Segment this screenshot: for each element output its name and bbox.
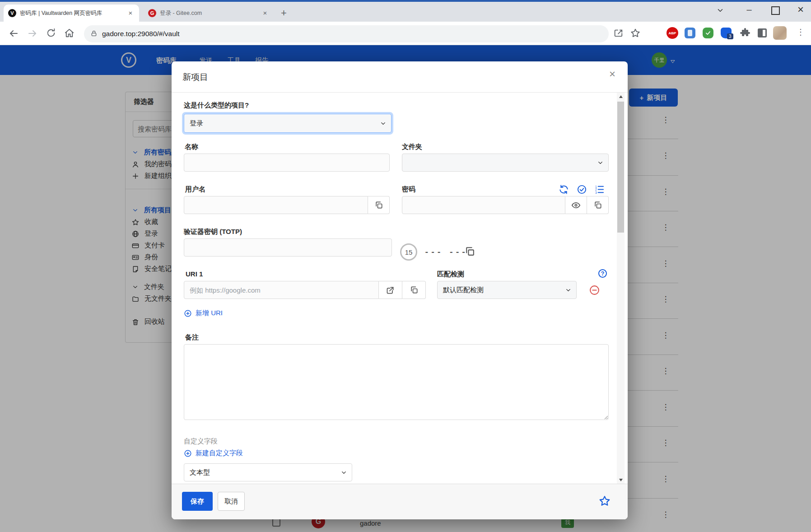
new-item-modal: 新项目 × 这是什么类型的项目? 登录 名称 文件夹 用户名 密码 验证器密钥 …: [172, 61, 628, 519]
launch-uri-button[interactable]: [379, 281, 402, 299]
gitee-favicon: G: [148, 9, 156, 17]
browser-tab-vaultwarden[interactable]: V 密码库 | Vaultwarden 网页密码库 ×: [4, 5, 139, 22]
scroll-down-arrow[interactable]: [617, 476, 625, 484]
extension-badge: 3: [727, 33, 733, 39]
modal-title: 新项目: [182, 71, 208, 83]
custom-fields-label: 自定义字段: [184, 437, 218, 446]
notes-field[interactable]: [184, 344, 609, 420]
chevron-down-icon: [565, 287, 572, 294]
modal-header-divider: [172, 92, 628, 93]
lock-icon: [90, 30, 98, 38]
folder-label: 文件夹: [402, 143, 422, 151]
share-icon[interactable]: [613, 28, 623, 39]
add-uri-link[interactable]: 新增 URI: [184, 309, 223, 317]
match-detection-label: 匹配检测: [437, 270, 464, 279]
url-text: gadore.top:29080/#/vault: [102, 30, 180, 38]
tab-close-icon[interactable]: ×: [126, 9, 135, 17]
notes-label: 备注: [185, 333, 199, 342]
toggle-password-visibility-button[interactable]: [565, 196, 587, 214]
tab-close-icon[interactable]: ×: [261, 9, 269, 17]
browser-tab-gitee[interactable]: G 登录 - Gitee.com ×: [144, 5, 274, 22]
copy-username-button[interactable]: [368, 196, 390, 214]
item-type-label: 这是什么类型的项目?: [184, 101, 249, 110]
scrollbar-thumb[interactable]: [617, 102, 624, 233]
scroll-up-arrow[interactable]: [617, 93, 625, 100]
totp-code-placeholder: --- ---: [424, 247, 467, 256]
tab-search-chevron-icon[interactable]: [713, 4, 727, 17]
uri-field[interactable]: [184, 281, 379, 299]
home-icon[interactable]: [64, 28, 75, 40]
adblock-plus-extension-icon[interactable]: ABP: [667, 27, 678, 39]
custom-field-type-select[interactable]: 文本型: [184, 463, 352, 481]
vaultwarden-favicon: V: [8, 9, 16, 17]
adguard-extension-icon[interactable]: [703, 28, 713, 38]
password-field[interactable]: [402, 196, 565, 214]
item-type-select[interactable]: 登录: [184, 114, 392, 133]
username-field[interactable]: [184, 196, 368, 214]
modal-footer: 保存 取消: [172, 484, 628, 519]
check-password-icon[interactable]: [577, 184, 587, 196]
copy-password-button[interactable]: [587, 196, 609, 214]
browser-menu-icon[interactable]: ⋮: [797, 27, 805, 37]
match-detection-select[interactable]: 默认匹配检测: [437, 281, 577, 299]
external-link-icon: [386, 285, 395, 295]
plus-circle-icon: [184, 449, 192, 457]
profile-avatar[interactable]: [773, 26, 787, 40]
side-panel-icon[interactable]: [758, 28, 767, 37]
username-group: [184, 196, 390, 214]
regenerate-password-icon[interactable]: [559, 184, 569, 196]
extensions-puzzle-icon[interactable]: [740, 28, 750, 40]
copy-icon: [593, 201, 602, 210]
totp-countdown: 15: [400, 243, 417, 261]
password-generator-icon[interactable]: [594, 184, 605, 196]
tab-title: 登录 - Gitee.com: [160, 9, 257, 17]
tab-title: 密码库 | Vaultwarden 网页密码库: [20, 9, 123, 17]
copy-totp-icon[interactable]: [464, 246, 475, 258]
forward-icon[interactable]: [27, 28, 38, 40]
modal-close-icon[interactable]: ×: [606, 68, 619, 80]
copy-icon: [410, 285, 419, 294]
name-label: 名称: [185, 143, 198, 151]
match-detection-help-icon[interactable]: ?: [598, 269, 607, 278]
chevron-down-icon: [597, 159, 604, 166]
totp-label: 验证器密钥 (TOTP): [184, 228, 242, 236]
save-button[interactable]: 保存: [182, 492, 213, 511]
window-minimize-button[interactable]: –: [742, 3, 756, 16]
chevron-down-icon: [340, 469, 347, 476]
add-custom-field-link[interactable]: 新建自定义字段: [184, 449, 243, 457]
copy-uri-button[interactable]: [402, 281, 426, 299]
uri-label: URI 1: [186, 270, 203, 278]
eye-icon: [571, 201, 581, 210]
modal-scrollbar[interactable]: [617, 93, 625, 484]
cancel-button[interactable]: 取消: [218, 492, 245, 511]
plus-circle-icon: [184, 309, 192, 317]
totp-field[interactable]: [184, 238, 392, 257]
window-close-button[interactable]: ×: [794, 3, 807, 16]
username-label: 用户名: [185, 185, 205, 194]
folder-select[interactable]: [402, 154, 609, 172]
password-label: 密码: [402, 185, 415, 194]
password-group: [402, 196, 609, 214]
new-tab-button[interactable]: +: [281, 7, 287, 19]
reload-icon[interactable]: [46, 28, 56, 39]
window-maximize-button[interactable]: [771, 6, 780, 15]
copy-icon: [374, 201, 383, 210]
address-bar[interactable]: gadore.top:29080/#/vault: [84, 25, 609, 42]
bookmark-star-icon[interactable]: [630, 28, 640, 39]
name-field[interactable]: [184, 154, 390, 172]
notes-extension-icon[interactable]: [685, 28, 695, 38]
favorite-star-icon[interactable]: [599, 495, 611, 508]
remove-uri-icon[interactable]: [589, 285, 600, 297]
back-icon[interactable]: [8, 28, 19, 40]
uri-group: [184, 281, 426, 299]
chevron-down-icon: [380, 120, 387, 127]
